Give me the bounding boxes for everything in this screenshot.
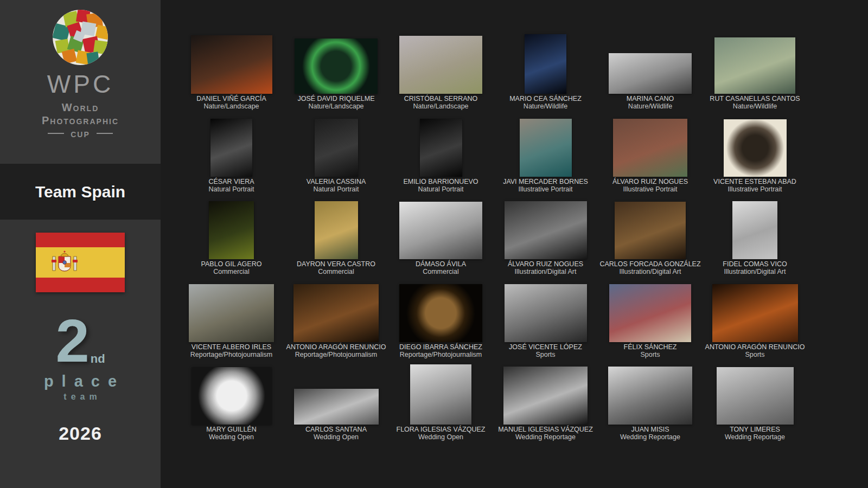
photographer-name: CARLOS FORCADA GONZÁLEZ <box>599 260 700 268</box>
photo-area <box>388 33 493 94</box>
photo-area <box>598 33 703 94</box>
photo-thumbnail-profile-beard[interactable] <box>420 119 462 177</box>
entry-card[interactable]: VALERIA CASSINANatural Portrait <box>284 116 388 199</box>
photographer-name: MARY GUILLÉN <box>206 426 257 433</box>
photographer-name: DAYRON VERA CASTRO <box>297 260 375 268</box>
photographer-name: JOSÉ VICENTE LÓPEZ <box>509 343 582 351</box>
photo-thumbnail-golden-painting[interactable] <box>315 201 358 259</box>
photo-thumbnail-elephants[interactable] <box>609 53 692 94</box>
photo-thumbnail-crowd-jumper[interactable] <box>608 367 692 425</box>
photo-thumbnail-pole-vault-crowd[interactable] <box>609 284 691 342</box>
photo-thumbnail-orange-acrobats[interactable] <box>712 284 798 342</box>
team-band: Team Spain <box>0 164 161 220</box>
photographer-name: MARINA CANO <box>627 95 674 102</box>
entry-card[interactable]: RUT CASANELLAS CANTOSNature/Wildlife <box>703 33 807 116</box>
photo-thumbnail-wedding-couple[interactable] <box>503 367 588 425</box>
photographer-name: RUT CASANELLAS CANTOS <box>710 95 800 102</box>
entry-card[interactable]: VICENTE ALBERO IRLESReportage/Photojourn… <box>179 281 284 364</box>
photo-thumbnail-revolving-doors[interactable] <box>294 389 379 425</box>
entry-card[interactable]: DÁMASO ÁVILACommercial <box>388 198 493 281</box>
photo-thumbnail-still-life-chair[interactable] <box>209 201 254 259</box>
photo-thumbnail-divers[interactable] <box>505 284 587 342</box>
photo-area <box>598 116 703 177</box>
photo-thumbnail-children-blackboard[interactable] <box>293 284 379 342</box>
photographer-name: CRISTÓBAL SERRANO <box>404 95 478 102</box>
photo-thumbnail-station-arches[interactable] <box>399 202 482 259</box>
entry-card[interactable]: ANTONIO ARAGÓN RENUNCIOSports <box>703 281 807 364</box>
photo-thumbnail-collage-room[interactable] <box>613 119 687 177</box>
photo-thumbnail-diving-kingfisher[interactable] <box>525 34 566 94</box>
award-suffix: nd <box>91 353 105 365</box>
entry-card[interactable]: DAYRON VERA CASTROCommercial <box>284 198 388 281</box>
entry-category: Nature/Wildlife <box>628 102 672 110</box>
photo-thumbnail-figure-on-cube[interactable] <box>732 201 777 259</box>
entry-card[interactable]: MARY GUILLÉNWedding Open <box>179 364 284 447</box>
photo-thumbnail-dancer-in-dish[interactable] <box>615 202 686 259</box>
photographer-name: CARLOS SANTANA <box>305 426 367 433</box>
entry-card[interactable]: ÁLVARO RUIZ NOGUESIllustrative Portrait <box>598 116 703 199</box>
entry-card[interactable]: FIDEL COMAS VICOIllustration/Digital Art <box>703 198 807 281</box>
entry-category: Reportage/Photojournalism <box>400 351 482 358</box>
entry-card[interactable]: JAVI MERCADER BORNESIllustrative Portrai… <box>493 116 598 199</box>
photo-thumbnail-smoke-cross[interactable] <box>399 284 482 342</box>
photo-area <box>703 198 807 259</box>
photo-area <box>179 281 284 342</box>
entry-card[interactable]: FÉLIX SÁNCHEZSports <box>598 281 703 364</box>
photo-area <box>493 364 598 425</box>
wordmark-line-cup: cup <box>42 127 119 140</box>
photo-thumbnail-circular-portrait[interactable] <box>724 119 787 177</box>
entry-card[interactable]: JOSÉ DAVID RIQUELMENature/Landscape <box>284 33 388 116</box>
photo-area <box>598 281 703 342</box>
photo-thumbnail-aerial-tundra[interactable] <box>399 36 482 94</box>
entry-card[interactable]: ANTONIO ARAGÓN RENUNCIOReportage/Photojo… <box>284 281 388 364</box>
entry-category: Nature/Landscape <box>308 102 363 110</box>
photographer-name: JAVI MERCADER BORNES <box>503 178 588 185</box>
entry-card[interactable]: MARIO CEA SÁNCHEZNature/Wildlife <box>493 33 598 116</box>
entry-card[interactable]: CÉSAR VIERANatural Portrait <box>179 116 284 199</box>
award-place-label: place <box>36 374 125 389</box>
photo-thumbnail-street-wedding[interactable] <box>717 367 794 425</box>
entry-card[interactable]: VICENTE ESTEBAN ABADIllustrative Portrai… <box>703 116 807 199</box>
entry-card[interactable]: JUAN MISISWedding Reportage <box>598 364 703 447</box>
photo-thumbnail-bearded-man[interactable] <box>210 119 252 177</box>
photo-thumbnail-aurora-ring[interactable] <box>295 38 378 94</box>
entry-card[interactable]: FLORA IGLESIAS VÁZQUEZWedding Open <box>388 364 493 447</box>
main-content: DANIEL VIÑÉ GARCÍANature/LandscapeJOSÉ D… <box>161 0 868 488</box>
photo-thumbnail-palace-interior[interactable] <box>410 364 471 425</box>
entry-category: Natural Portrait <box>418 185 463 193</box>
photo-thumbnail-landfill-crowd[interactable] <box>189 284 274 342</box>
entry-card[interactable]: CARLOS SANTANAWedding Open <box>284 364 388 447</box>
photo-area <box>284 198 388 259</box>
photographer-name: FLORA IGLESIAS VÁZQUEZ <box>397 426 486 433</box>
photographer-name: MANUEL IGLESIAS VÁZQUEZ <box>498 426 593 433</box>
entry-card[interactable]: DANIEL VIÑÉ GARCÍANature/Landscape <box>179 33 284 116</box>
photo-area <box>388 198 493 259</box>
wpc-wordmark: World Photographic cup <box>42 101 119 140</box>
photographer-name: FIDEL COMAS VICO <box>723 260 787 268</box>
entry-card[interactable]: CARLOS FORCADA GONZÁLEZIllustration/Digi… <box>598 198 703 281</box>
entry-card[interactable]: DIEGO IBARRA SÁNCHEZReportage/Photojourn… <box>388 281 493 364</box>
entry-card[interactable]: CRISTÓBAL SERRANONature/Landscape <box>388 33 493 116</box>
photo-thumbnail-backlit-silhouette[interactable] <box>192 367 272 425</box>
photo-area <box>493 116 598 177</box>
photographer-name: ÁLVARO RUIZ NOGUES <box>612 178 688 185</box>
photo-thumbnail-figure-on-water[interactable] <box>520 119 572 177</box>
entry-category: Wedding Reportage <box>515 433 576 441</box>
entry-card[interactable]: JOSÉ VICENTE LÓPEZSports <box>493 281 598 364</box>
entry-card[interactable]: MARINA CANONature/Wildlife <box>598 33 703 116</box>
photo-thumbnail-lava-face[interactable] <box>191 35 272 94</box>
photographer-name: ÁLVARO RUIZ NOGUES <box>508 260 583 268</box>
photo-thumbnail-acrobat-duo[interactable] <box>505 201 587 259</box>
entry-category: Wedding Open <box>209 433 254 441</box>
entry-card[interactable]: MANUEL IGLESIAS VÁZQUEZWedding Reportage <box>493 364 598 447</box>
entry-card[interactable]: EMILIO BARRIONUEVONatural Portrait <box>388 116 493 199</box>
photo-thumbnail-standing-man[interactable] <box>315 119 358 177</box>
entry-card[interactable]: PABLO GIL AGEROCommercial <box>179 198 284 281</box>
entry-category: Reportage/Photojournalism <box>295 351 377 358</box>
entry-category: Illustrative Portrait <box>623 185 677 193</box>
entry-category: Illustration/Digital Art <box>620 268 681 275</box>
entry-card[interactable]: ÁLVARO RUIZ NOGUESIllustration/Digital A… <box>493 198 598 281</box>
photo-thumbnail-leaping-cat[interactable] <box>714 37 795 94</box>
entry-category: Sports <box>535 351 555 358</box>
entry-card[interactable]: TONY LIMERESWedding Reportage <box>703 364 807 447</box>
